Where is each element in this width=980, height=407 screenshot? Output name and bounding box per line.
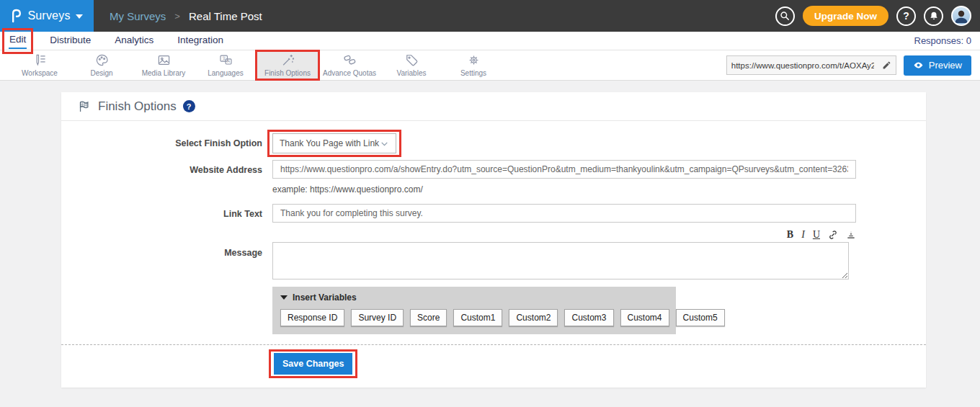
tab-distribute[interactable]: Distribute [49,33,92,48]
tab-edit[interactable]: Edit [9,32,27,49]
pencil-icon [882,61,891,70]
preview-label: Preview [929,60,962,71]
user-avatar[interactable] [951,6,971,26]
message-editor-toolbar: B I U [272,229,856,242]
breadcrumb-separator: > [174,11,180,22]
variable-response-id-button[interactable]: Response ID [280,309,344,326]
survey-url-box [726,55,896,75]
responses-count: Responses: 0 [914,35,972,46]
toolbar-item-settings[interactable]: Settings [442,50,504,80]
toolbar-item-label: Workspace [22,69,58,77]
toolbar-right: Preview [726,50,980,80]
upgrade-now-button[interactable]: Upgrade Now [803,6,888,26]
toolbar-item-label: Media Library [142,69,186,77]
questionpro-p-icon [11,9,22,23]
breadcrumb-my-surveys[interactable]: My Surveys [110,10,166,22]
chevron-down-icon [380,139,389,148]
website-address-example: example: https://www.questionpro.com/ [272,179,926,197]
variable-custom3-button[interactable]: Custom3 [564,309,613,326]
toolbar-item-advance-quotas[interactable]: Advance Quotas [318,50,380,80]
website-address-label: Website Address [61,160,272,197]
finish-option-value: Thank You Page with Link [280,138,379,148]
topbar-actions: Upgrade Now ? [775,6,980,26]
save-changes-button[interactable]: Save Changes [274,353,352,375]
svg-text:A: A [227,59,230,63]
workspace-icon [33,53,47,67]
breadcrumb-survey-name: Real Time Post [189,10,262,22]
edit-toolbar: Workspace Design Media Library 文 A Langu… [0,50,980,81]
toolbar-item-media-library[interactable]: Media Library [133,50,195,80]
gear-icon [467,53,481,67]
translate-icon: 文 A [219,53,233,67]
flag-icon [78,99,92,113]
chevron-down-icon [76,14,83,19]
finish-options-help-button[interactable]: ? [183,100,195,112]
toolbar-item-workspace[interactable]: Workspace [9,50,71,80]
page-title: Finish Options [98,99,177,114]
save-changes-label: Save Changes [282,359,344,369]
toolbar-item-variables[interactable]: Variables [380,50,442,80]
finish-option-dropdown[interactable]: Thank You Page with Link [272,133,396,153]
italic-button[interactable]: I [801,230,805,240]
svg-text:文: 文 [222,56,226,61]
avatar-person-icon [953,7,970,24]
breadcrumb: My Surveys > Real Time Post [110,10,262,22]
variable-custom5-button[interactable]: Custom5 [676,309,725,326]
edit-url-button[interactable] [878,56,896,74]
toolbar-item-label: Advance Quotas [323,69,376,77]
toolbar-item-label: Settings [460,69,486,77]
message-label: Message [61,229,272,282]
toolbar-item-label: Languages [208,69,244,77]
variable-custom4-button[interactable]: Custom4 [620,309,669,326]
tab-analytics[interactable]: Analytics [114,33,154,48]
toolbar-item-label: Design [90,69,112,77]
toolbar-item-languages[interactable]: 文 A Languages [195,50,257,80]
align-button[interactable] [846,230,856,240]
preview-button[interactable]: Preview [904,55,971,76]
link-text-row: Link Text [61,204,926,223]
toolbar-item-design[interactable]: Design [71,50,133,80]
survey-url-input[interactable] [727,61,878,70]
eye-icon [913,60,924,71]
link-text-label: Link Text [61,204,272,223]
top-bar: Surveys My Surveys > Real Time Post Upgr… [0,0,980,32]
toolbar-item-finish-options[interactable]: Finish Options [257,50,318,80]
toolbar-item-label: Variables [397,69,427,77]
finish-options-form: Select Finish Option Thank You Page with… [61,121,926,386]
link-icon [828,230,838,240]
link-text-input[interactable] [272,204,856,223]
insert-variables-toggle[interactable]: Insert Variables [280,292,668,303]
image-icon [157,53,171,67]
magic-wand-icon [281,53,295,67]
panel-header: Finish Options ? [61,92,926,121]
finish-option-row: Select Finish Option Thank You Page with… [61,133,926,153]
variable-custom1-button[interactable]: Custom1 [453,309,502,326]
underline-button[interactable]: U [813,230,820,240]
notifications-button[interactable] [924,6,943,26]
tab-integration[interactable]: Integration [177,33,224,48]
bell-icon [929,11,939,21]
website-address-input[interactable] [272,160,856,179]
bold-button[interactable]: B [787,230,793,240]
message-textarea[interactable] [272,242,849,279]
tab-edit-label: Edit [9,34,26,45]
tag-icon [405,53,419,67]
toolbar-item-label: Finish Options [264,69,311,77]
insert-variables-buttons: Response ID Survey ID Score Custom1 Cust… [280,309,668,326]
help-button[interactable]: ? [896,6,916,26]
variable-score-button[interactable]: Score [410,309,447,326]
save-area: Save Changes [61,344,926,386]
search-button[interactable] [775,6,795,26]
variable-survey-id-button[interactable]: Survey ID [351,309,404,326]
variable-custom2-button[interactable]: Custom2 [509,309,558,326]
align-icon [846,230,856,240]
finish-options-panel: Finish Options ? Select Finish Option Th… [61,92,926,388]
section-tabs: Edit Distribute Analytics Integration Re… [0,32,980,50]
finish-option-label: Select Finish Option [61,133,272,153]
website-address-row: Website Address example: https://www.que… [61,160,926,197]
insert-variables-title: Insert Variables [293,292,357,303]
insert-link-button[interactable] [828,230,838,240]
insert-variables-panel: Insert Variables Response ID Survey ID S… [272,287,676,334]
caret-down-icon [280,295,288,300]
questionpro-logo[interactable]: Surveys [0,0,94,32]
